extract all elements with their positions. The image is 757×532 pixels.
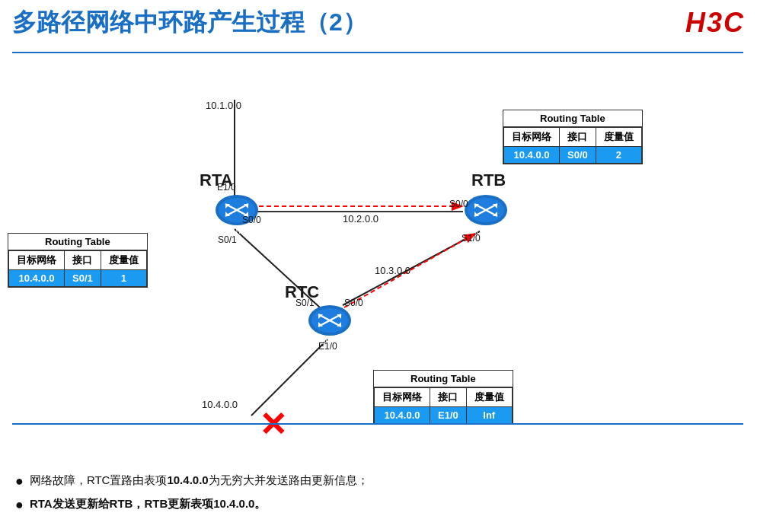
rt-rtc-dest: 10.4.0.0 bbox=[375, 407, 430, 424]
routing-table-rtc: Routing Table 目标网络 接口 度量值 10.4.0.0 E1/0 … bbox=[373, 370, 513, 425]
red-x-mark: ✕ bbox=[259, 408, 287, 441]
bottom-text-area: ● 网络故障，RTC置路由表项10.4.0.0为无穷大并发送路由更新信息； ● … bbox=[15, 471, 746, 518]
bullet-1-text: 网络故障，RTC置路由表项10.4.0.0为无穷大并发送路由更新信息； bbox=[30, 471, 369, 489]
rt-rtb-iface: S0/0 bbox=[560, 147, 596, 164]
rt-rtc-col2: 接口 bbox=[430, 388, 467, 407]
rt-rtc-col1: 目标网络 bbox=[375, 388, 430, 407]
rt-rtc-iface: E1/0 bbox=[430, 407, 467, 424]
rt-rtb-row1: 10.4.0.0 S0/0 2 bbox=[504, 147, 642, 164]
port-s01-rtc: S0/1 bbox=[295, 298, 315, 308]
rtc-icon bbox=[308, 304, 352, 337]
rt-rtc-metric: Inf bbox=[466, 407, 512, 424]
port-e10-rta: E1/0 bbox=[217, 182, 236, 193]
rt-rtb-metric: 2 bbox=[596, 147, 641, 164]
rt-rta-col3: 度量值 bbox=[101, 251, 146, 270]
rt-rtb-col1: 目标网络 bbox=[504, 128, 560, 147]
bullet-2-text: RTA发送更新给RTB，RTB更新表项10.4.0.0。 bbox=[30, 495, 267, 513]
bullet-1: ● 网络故障，RTC置路由表项10.4.0.0为无穷大并发送路由更新信息； bbox=[15, 471, 746, 492]
router-rtb: RTB ROUTER bbox=[464, 193, 508, 235]
rt-rta-col2: 接口 bbox=[65, 251, 101, 270]
port-s00-rtb: S0/0 bbox=[449, 199, 468, 209]
port-s10-rtb: S1/0 bbox=[462, 233, 481, 244]
rt-rtc-header: 目标网络 接口 度量值 bbox=[375, 388, 513, 407]
port-e10-rtc: E1/0 bbox=[318, 341, 337, 352]
router-rtc: RTC ROUTER bbox=[308, 304, 352, 346]
rtb-label: RTB bbox=[471, 170, 506, 190]
rt-rtb-title: Routing Table bbox=[503, 110, 642, 127]
rt-rta-row1: 10.4.0.0 S0/1 1 bbox=[9, 270, 147, 287]
diagram-area: 10.1.0.0 RTA ROUTER RTB bbox=[0, 43, 757, 438]
svg-line-6 bbox=[251, 339, 327, 416]
rt-rta-col1: 目标网络 bbox=[9, 251, 65, 270]
label-10300: 10.3.0.0 bbox=[375, 265, 410, 276]
rt-rta-header: 目标网络 接口 度量值 bbox=[9, 251, 147, 270]
rt-rtb-header: 目标网络 接口 度量值 bbox=[504, 128, 642, 147]
bullet-dot-1: ● bbox=[15, 471, 24, 492]
rt-rta-title: Routing Table bbox=[8, 234, 147, 250]
label-10400-bottom: 10.4.0.0 bbox=[202, 399, 238, 410]
routing-table-rtb: Routing Table 目标网络 接口 度量值 10.4.0.0 S0/0 … bbox=[503, 110, 643, 164]
rt-rtc-row1: 10.4.0.0 E1/0 Inf bbox=[375, 407, 513, 424]
port-s00-rta: S0/0 bbox=[242, 215, 261, 225]
rt-rtb-col2: 接口 bbox=[560, 128, 596, 147]
label-10200: 10.2.0.0 bbox=[343, 213, 378, 225]
label-10100: 10.1.0.0 bbox=[206, 100, 241, 111]
bullet-dot-2: ● bbox=[15, 495, 24, 515]
port-s01-rta: S0/1 bbox=[218, 234, 237, 245]
port-s00-rtc: S0/0 bbox=[344, 298, 363, 308]
bullet-2: ● RTA发送更新给RTB，RTB更新表项10.4.0.0。 bbox=[15, 495, 746, 515]
svg-line-4 bbox=[343, 231, 480, 305]
rt-rta-iface: S0/1 bbox=[65, 270, 101, 287]
h3c-logo: H3C bbox=[685, 7, 745, 39]
rt-rta-dest: 10.4.0.0 bbox=[9, 270, 65, 287]
routing-table-rta: Routing Table 目标网络 接口 度量值 10.4.0.0 S0/1 … bbox=[8, 233, 148, 288]
rt-rtb-col3: 度量值 bbox=[596, 128, 641, 147]
header: 多路径网络中环路产生过程（2） H3C bbox=[0, 0, 757, 43]
page-title: 多路径网络中环路产生过程（2） bbox=[12, 6, 367, 40]
rtb-icon bbox=[464, 193, 508, 227]
rt-rtc-title: Routing Table bbox=[374, 371, 513, 387]
divider-bottom bbox=[12, 423, 743, 425]
rt-rtb-dest: 10.4.0.0 bbox=[504, 147, 560, 164]
rt-rtc-col3: 度量值 bbox=[466, 388, 512, 407]
rt-rta-metric: 1 bbox=[101, 270, 146, 287]
